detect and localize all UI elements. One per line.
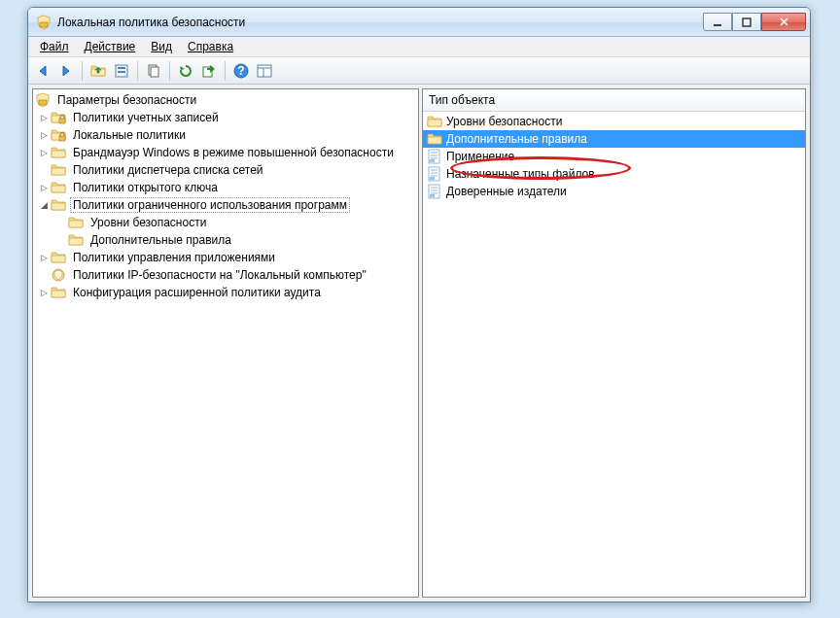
- tree-item-label: Брандмауэр Windows в режиме повышенной б…: [70, 146, 397, 159]
- list-item-label: Доверенные издатели: [446, 185, 567, 198]
- tree-item[interactable]: Уровни безопасности: [33, 214, 418, 231]
- tree-item-label: Политики ограниченного использования про…: [70, 197, 350, 213]
- tree-item[interactable]: ▷Локальные политики: [33, 126, 418, 144]
- tree-expander-icon[interactable]: ▷: [37, 286, 51, 299]
- folder-icon: [51, 197, 66, 213]
- list-item-label: Назначенные типы файлов: [446, 167, 595, 181]
- tree-item-label: Политики управления приложениями: [70, 251, 278, 264]
- list-item[interactable]: Назначенные типы файлов: [423, 165, 805, 183]
- menu-file[interactable]: Файл: [32, 38, 77, 55]
- doc-icon: [427, 149, 442, 164]
- content-area: Параметры безопасности ▷Политики учетных…: [28, 85, 810, 601]
- properties-button[interactable]: [111, 60, 132, 82]
- toolbar: [28, 57, 810, 85]
- tree-item-label: Уровни безопасности: [88, 216, 209, 229]
- folder-lock-icon: [51, 127, 66, 143]
- tree-expander-icon[interactable]: [37, 268, 51, 282]
- tree-item-label: Политики учетных записей: [70, 111, 222, 124]
- tree-item[interactable]: Политики IP-безопасности на "Локальный к…: [33, 266, 418, 284]
- menu-action[interactable]: Действие: [77, 38, 144, 55]
- list-header-label: Тип объекта: [429, 93, 495, 107]
- back-button[interactable]: [32, 60, 53, 82]
- tree-expander-icon[interactable]: [54, 216, 68, 229]
- list-item[interactable]: Уровни безопасности: [423, 113, 805, 130]
- tree-item[interactable]: ▷Политики учетных записей: [33, 109, 418, 126]
- copy-button[interactable]: [143, 60, 164, 82]
- refresh-button[interactable]: [175, 60, 196, 82]
- folder-icon: [51, 145, 66, 160]
- tree-item[interactable]: ▷Политики открытого ключа: [33, 179, 418, 196]
- tree-item[interactable]: ▷Политики управления приложениями: [33, 249, 418, 266]
- tree-expander-icon[interactable]: [37, 163, 51, 177]
- folder-icon: [427, 131, 442, 147]
- folder-icon: [51, 162, 66, 178]
- up-button[interactable]: [88, 60, 109, 82]
- tree-expander-icon[interactable]: ◢: [37, 198, 51, 212]
- menu-help[interactable]: Справка: [180, 38, 241, 55]
- list-item-label: Применение: [446, 150, 514, 163]
- tree-expander-icon[interactable]: ▷: [37, 251, 51, 264]
- tree-expander-icon[interactable]: ▷: [37, 111, 51, 124]
- tree-pane[interactable]: Параметры безопасности ▷Политики учетных…: [32, 88, 419, 598]
- list-pane[interactable]: Тип объекта Уровни безопасностиДополните…: [422, 88, 806, 598]
- tree-expander-icon[interactable]: ▷: [37, 146, 51, 159]
- tree-item-label: Дополнительные правила: [88, 233, 234, 247]
- app-icon: [36, 15, 52, 30]
- tree-item[interactable]: Дополнительные правила: [33, 231, 418, 249]
- tree-item-label: Конфигурация расширенной политики аудита: [70, 286, 324, 299]
- list-item-label: Дополнительные правила: [446, 132, 587, 146]
- maximize-button[interactable]: [732, 13, 761, 31]
- folder-icon: [51, 250, 66, 265]
- tree-item[interactable]: ▷Конфигурация расширенной политики аудит…: [33, 284, 418, 301]
- help-button[interactable]: [230, 60, 252, 82]
- doc-icon: [427, 184, 442, 199]
- ip-shield-icon: [51, 267, 66, 283]
- tree-root-label: Параметры безопасности: [54, 93, 199, 107]
- folder-icon: [68, 232, 84, 248]
- shield-icon: [35, 92, 51, 108]
- toolbar-separator: [82, 61, 83, 81]
- tree-expander-icon[interactable]: ▷: [37, 181, 51, 194]
- close-button[interactable]: [761, 13, 806, 31]
- titlebar[interactable]: Локальная политика безопасности: [28, 8, 810, 37]
- export-button[interactable]: [198, 60, 220, 82]
- tree-item-label: Политики диспетчера списка сетей: [70, 163, 266, 177]
- list-item[interactable]: Применение: [423, 148, 805, 165]
- tree-item-label: Политики IP-безопасности на "Локальный к…: [70, 268, 369, 282]
- menu-view[interactable]: Вид: [143, 38, 180, 55]
- folder-icon: [51, 285, 66, 300]
- list-body: Уровни безопасностиДополнительные правил…: [423, 112, 805, 597]
- toolbar-separator: [225, 61, 226, 81]
- folder-icon: [68, 215, 84, 230]
- tree-item[interactable]: ◢Политики ограниченного использования пр…: [33, 196, 418, 214]
- tree-expander-icon[interactable]: [54, 233, 68, 247]
- forward-button[interactable]: [55, 60, 77, 82]
- tree-item[interactable]: Политики диспетчера списка сетей: [33, 161, 418, 179]
- minimize-button[interactable]: [703, 13, 732, 31]
- tree-root[interactable]: Параметры безопасности: [33, 91, 418, 109]
- list-item[interactable]: Дополнительные правила: [423, 130, 805, 148]
- doc-icon: [427, 166, 442, 182]
- svg-rect-20: [743, 18, 751, 26]
- folder-icon: [51, 180, 66, 195]
- tree-item-label: Политики открытого ключа: [70, 181, 221, 194]
- list-item[interactable]: Доверенные издатели: [423, 183, 805, 200]
- window-controls: [703, 13, 806, 31]
- main-window: Локальная политика безопасности Файл Дей…: [27, 7, 811, 602]
- toolbar-separator: [137, 61, 138, 81]
- toolbar-separator: [169, 61, 170, 81]
- folder-lock-icon: [51, 110, 66, 125]
- tree-expander-icon[interactable]: ▷: [37, 128, 51, 142]
- panes-button[interactable]: [254, 60, 275, 82]
- list-header[interactable]: Тип объекта: [423, 89, 805, 112]
- list-item-label: Уровни безопасности: [446, 115, 562, 128]
- window-title: Локальная политика безопасности: [57, 16, 703, 29]
- folder-icon: [427, 114, 442, 129]
- tree-item-label: Локальные политики: [70, 128, 189, 142]
- svg-rect-19: [714, 24, 721, 26]
- menubar: Файл Действие Вид Справка: [28, 37, 810, 57]
- tree-item[interactable]: ▷Брандмауэр Windows в режиме повышенной …: [33, 144, 418, 161]
